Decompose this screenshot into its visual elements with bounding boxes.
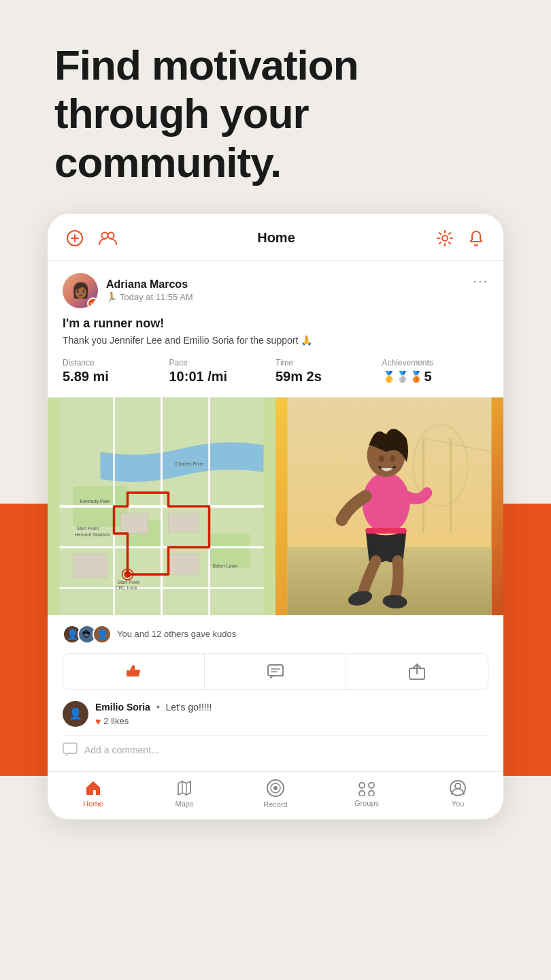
pace-label: Pace [169,358,276,368]
svg-point-4 [108,232,114,238]
app-header: Home [48,214,503,261]
app-card: Home 👩🏾 [48,214,503,819]
achievements-count: 5 [424,369,432,385]
groups-icon [356,780,377,796]
stat-pace: Pace 10:01 /mi [169,355,276,387]
nav-groups[interactable]: Groups [339,780,394,807]
svg-point-55 [359,791,365,796]
heart-icon: ♥ [95,716,101,727]
header-left-actions [64,227,118,249]
activity-photo[interactable] [276,397,503,615]
nav-record-label: Record [263,800,287,808]
svg-point-20 [124,571,131,578]
add-comment-row[interactable]: Add a comment... [63,735,488,762]
hero-title: Find motivation through your community. [54,41,497,186]
svg-point-3 [102,232,108,238]
orange-left-decoration [0,504,49,776]
home-icon [84,779,102,797]
svg-rect-47 [63,743,77,753]
time-value: 59m 2s [276,369,382,385]
post-author: 👩🏾 Adriana Marcos 🏃 Today at 11:55 AM [63,273,193,308]
kudos-button[interactable] [63,654,205,689]
social-section: 👤 ⛑ 👤 You and 12 others gave kudos [48,615,503,771]
orange-right-decoration [502,504,551,776]
comment-author: Emilio Soria [95,702,150,713]
media-row: Kennedy Park Charles River Start Point H… [48,397,503,615]
svg-text:Harvard Stadium: Harvard Stadium [75,532,111,537]
stat-time: Time 59m 2s [276,355,382,387]
svg-rect-18 [169,554,199,574]
record-icon [266,779,285,798]
comment-input-icon [63,742,78,757]
distance-label: Distance [63,358,169,368]
notifications-button[interactable] [465,227,487,249]
post-section: 👩🏾 Adriana Marcos 🏃 Today at 11:55 AM [48,261,503,397]
comment-likes: ♥ 2 likes [95,716,488,727]
svg-point-56 [369,791,374,796]
kudos-avatars: 👤 ⛑ 👤 [63,625,112,644]
header-title: Home [118,230,434,246]
share-button[interactable] [346,654,488,689]
nav-maps-label: Maps [176,800,194,808]
nav-groups-label: Groups [354,799,379,807]
post-body: Thank you Jennifer Lee and Emilio Soria … [63,335,488,346]
svg-text:Baker Lawn: Baker Lawn [213,564,238,568]
author-name: Adriana Marcos [106,278,193,291]
route-map[interactable]: Kennedy Park Charles River Start Point H… [48,397,276,615]
comment-placeholder[interactable]: Add a comment... [84,745,159,755]
svg-rect-19 [73,554,107,578]
comment-button[interactable] [205,654,346,689]
maps-icon [176,779,193,797]
action-row [63,653,488,690]
post-header: 👩🏾 Adriana Marcos 🏃 Today at 11:55 AM [63,273,488,308]
time-label: Time [276,358,382,368]
comment-item: 👤 Emilio Soria • Let's go!!!!! ♥ 2 likes [63,701,488,727]
achievements-label: Achievements [382,358,489,368]
nav-maps[interactable]: Maps [157,779,212,808]
avatar: 👩🏾 [63,273,98,308]
svg-point-58 [455,783,461,789]
settings-button[interactable] [434,227,456,249]
avatar-badge [87,297,98,308]
hero-section: Find motivation through your community. [0,0,551,214]
you-icon [449,779,467,797]
nav-record[interactable]: Record [248,779,303,808]
nav-you-label: You [452,800,465,808]
stat-distance: Distance 5.89 mi [63,355,169,387]
kudos-row: 👤 ⛑ 👤 You and 12 others gave kudos [63,625,488,644]
svg-point-37 [379,455,384,462]
svg-rect-17 [169,513,199,532]
medal-icons: 🥇🥈🥉 [382,370,423,383]
svg-point-52 [273,786,278,790]
nav-home-label: Home [83,800,103,808]
nav-home[interactable]: Home [66,779,120,808]
likes-count: 2 likes [103,716,129,726]
svg-text:Kennedy Park: Kennedy Park [80,499,110,504]
comment-content: Emilio Soria • Let's go!!!!! ♥ 2 likes [95,701,488,727]
svg-rect-43 [268,665,283,676]
svg-rect-8 [210,534,250,568]
author-info: Adriana Marcos 🏃 Today at 11:55 AM [106,278,193,302]
add-button[interactable] [64,227,86,249]
svg-rect-42 [127,670,130,676]
distance-value: 5.89 mi [63,369,169,385]
svg-text:Start Point: Start Point [118,580,140,585]
svg-text:Charles River: Charles River [176,461,205,466]
nav-you[interactable]: You [431,779,485,808]
more-options-button[interactable]: ··· [473,273,488,289]
comment-text: Let's go!!!!! [165,702,212,713]
pace-value: 10:01 /mi [169,369,276,385]
stat-achievements: Achievements 🥇🥈🥉 5 [382,355,489,387]
achievements-value: 🥇🥈🥉 5 [382,369,489,385]
post-title: I'm a runner now! [63,316,488,331]
svg-text:Start Point: Start Point [77,526,99,531]
commenter-avatar: 👤 [63,701,88,727]
svg-rect-16 [121,513,148,534]
friends-button[interactable] [97,227,118,249]
stats-grid: Distance 5.89 mi Pace 10:01 /mi Time 59m… [63,355,488,397]
run-icon: 🏃 [106,292,117,302]
comment-header: Emilio Soria • Let's go!!!!! [95,701,488,713]
kudos-text: You and 12 others gave kudos [117,629,236,639]
svg-point-35 [363,472,410,534]
kudos-avatar-3: 👤 [93,625,112,644]
